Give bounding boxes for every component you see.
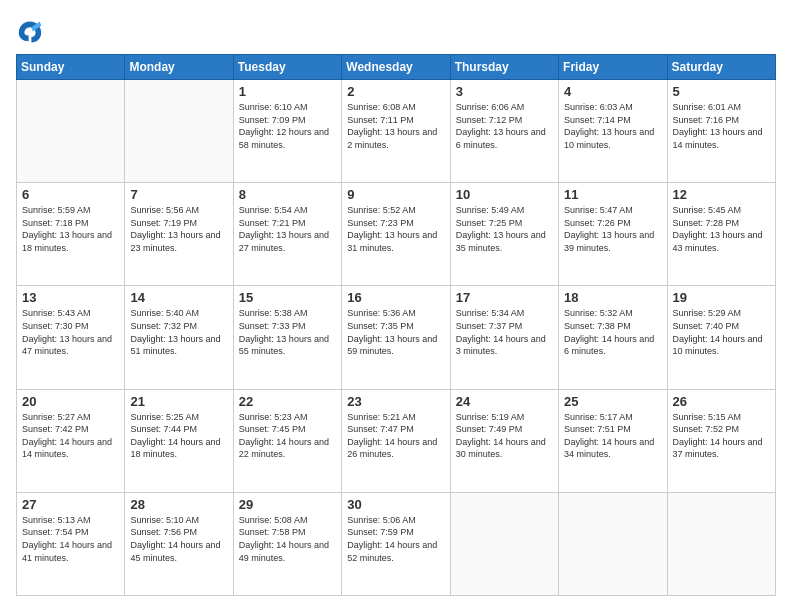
weekday-header-saturday: Saturday — [667, 55, 775, 80]
day-number: 1 — [239, 84, 336, 99]
day-info: Sunrise: 5:59 AM Sunset: 7:18 PM Dayligh… — [22, 204, 119, 254]
cal-cell: 7Sunrise: 5:56 AM Sunset: 7:19 PM Daylig… — [125, 183, 233, 286]
day-number: 12 — [673, 187, 770, 202]
day-number: 19 — [673, 290, 770, 305]
logo — [16, 16, 48, 44]
day-info: Sunrise: 5:15 AM Sunset: 7:52 PM Dayligh… — [673, 411, 770, 461]
day-number: 9 — [347, 187, 444, 202]
header — [16, 16, 776, 44]
cal-cell: 28Sunrise: 5:10 AM Sunset: 7:56 PM Dayli… — [125, 492, 233, 595]
day-number: 17 — [456, 290, 553, 305]
day-number: 28 — [130, 497, 227, 512]
day-info: Sunrise: 6:08 AM Sunset: 7:11 PM Dayligh… — [347, 101, 444, 151]
day-info: Sunrise: 5:45 AM Sunset: 7:28 PM Dayligh… — [673, 204, 770, 254]
day-number: 14 — [130, 290, 227, 305]
day-info: Sunrise: 5:23 AM Sunset: 7:45 PM Dayligh… — [239, 411, 336, 461]
cal-cell: 23Sunrise: 5:21 AM Sunset: 7:47 PM Dayli… — [342, 389, 450, 492]
day-number: 30 — [347, 497, 444, 512]
day-info: Sunrise: 5:34 AM Sunset: 7:37 PM Dayligh… — [456, 307, 553, 357]
day-number: 5 — [673, 84, 770, 99]
weekday-header-row: SundayMondayTuesdayWednesdayThursdayFrid… — [17, 55, 776, 80]
cal-cell: 13Sunrise: 5:43 AM Sunset: 7:30 PM Dayli… — [17, 286, 125, 389]
day-number: 27 — [22, 497, 119, 512]
cal-cell: 29Sunrise: 5:08 AM Sunset: 7:58 PM Dayli… — [233, 492, 341, 595]
logo-icon — [16, 16, 44, 44]
cal-cell — [17, 80, 125, 183]
cal-cell: 14Sunrise: 5:40 AM Sunset: 7:32 PM Dayli… — [125, 286, 233, 389]
day-info: Sunrise: 5:38 AM Sunset: 7:33 PM Dayligh… — [239, 307, 336, 357]
cal-cell: 17Sunrise: 5:34 AM Sunset: 7:37 PM Dayli… — [450, 286, 558, 389]
day-number: 29 — [239, 497, 336, 512]
day-info: Sunrise: 5:56 AM Sunset: 7:19 PM Dayligh… — [130, 204, 227, 254]
day-number: 16 — [347, 290, 444, 305]
day-info: Sunrise: 5:32 AM Sunset: 7:38 PM Dayligh… — [564, 307, 661, 357]
week-row-5: 27Sunrise: 5:13 AM Sunset: 7:54 PM Dayli… — [17, 492, 776, 595]
day-info: Sunrise: 5:43 AM Sunset: 7:30 PM Dayligh… — [22, 307, 119, 357]
day-number: 25 — [564, 394, 661, 409]
weekday-header-thursday: Thursday — [450, 55, 558, 80]
day-number: 2 — [347, 84, 444, 99]
week-row-4: 20Sunrise: 5:27 AM Sunset: 7:42 PM Dayli… — [17, 389, 776, 492]
day-number: 7 — [130, 187, 227, 202]
day-info: Sunrise: 5:29 AM Sunset: 7:40 PM Dayligh… — [673, 307, 770, 357]
day-number: 6 — [22, 187, 119, 202]
day-info: Sunrise: 6:03 AM Sunset: 7:14 PM Dayligh… — [564, 101, 661, 151]
weekday-header-sunday: Sunday — [17, 55, 125, 80]
day-number: 20 — [22, 394, 119, 409]
cal-cell: 20Sunrise: 5:27 AM Sunset: 7:42 PM Dayli… — [17, 389, 125, 492]
cal-cell: 22Sunrise: 5:23 AM Sunset: 7:45 PM Dayli… — [233, 389, 341, 492]
day-number: 23 — [347, 394, 444, 409]
cal-cell: 2Sunrise: 6:08 AM Sunset: 7:11 PM Daylig… — [342, 80, 450, 183]
cal-cell: 26Sunrise: 5:15 AM Sunset: 7:52 PM Dayli… — [667, 389, 775, 492]
cal-cell: 25Sunrise: 5:17 AM Sunset: 7:51 PM Dayli… — [559, 389, 667, 492]
cal-cell: 6Sunrise: 5:59 AM Sunset: 7:18 PM Daylig… — [17, 183, 125, 286]
day-info: Sunrise: 5:49 AM Sunset: 7:25 PM Dayligh… — [456, 204, 553, 254]
day-info: Sunrise: 5:40 AM Sunset: 7:32 PM Dayligh… — [130, 307, 227, 357]
calendar: SundayMondayTuesdayWednesdayThursdayFrid… — [16, 54, 776, 596]
cal-cell: 15Sunrise: 5:38 AM Sunset: 7:33 PM Dayli… — [233, 286, 341, 389]
day-number: 3 — [456, 84, 553, 99]
day-number: 8 — [239, 187, 336, 202]
cal-cell: 1Sunrise: 6:10 AM Sunset: 7:09 PM Daylig… — [233, 80, 341, 183]
day-info: Sunrise: 5:27 AM Sunset: 7:42 PM Dayligh… — [22, 411, 119, 461]
day-number: 4 — [564, 84, 661, 99]
cal-cell: 5Sunrise: 6:01 AM Sunset: 7:16 PM Daylig… — [667, 80, 775, 183]
cal-cell: 16Sunrise: 5:36 AM Sunset: 7:35 PM Dayli… — [342, 286, 450, 389]
day-info: Sunrise: 5:25 AM Sunset: 7:44 PM Dayligh… — [130, 411, 227, 461]
cal-cell: 11Sunrise: 5:47 AM Sunset: 7:26 PM Dayli… — [559, 183, 667, 286]
day-info: Sunrise: 5:54 AM Sunset: 7:21 PM Dayligh… — [239, 204, 336, 254]
day-number: 13 — [22, 290, 119, 305]
cal-cell: 24Sunrise: 5:19 AM Sunset: 7:49 PM Dayli… — [450, 389, 558, 492]
day-info: Sunrise: 5:36 AM Sunset: 7:35 PM Dayligh… — [347, 307, 444, 357]
day-info: Sunrise: 6:06 AM Sunset: 7:12 PM Dayligh… — [456, 101, 553, 151]
cal-cell: 8Sunrise: 5:54 AM Sunset: 7:21 PM Daylig… — [233, 183, 341, 286]
cal-cell: 27Sunrise: 5:13 AM Sunset: 7:54 PM Dayli… — [17, 492, 125, 595]
week-row-3: 13Sunrise: 5:43 AM Sunset: 7:30 PM Dayli… — [17, 286, 776, 389]
day-info: Sunrise: 5:17 AM Sunset: 7:51 PM Dayligh… — [564, 411, 661, 461]
cal-cell: 3Sunrise: 6:06 AM Sunset: 7:12 PM Daylig… — [450, 80, 558, 183]
day-info: Sunrise: 5:06 AM Sunset: 7:59 PM Dayligh… — [347, 514, 444, 564]
cal-cell: 9Sunrise: 5:52 AM Sunset: 7:23 PM Daylig… — [342, 183, 450, 286]
day-info: Sunrise: 5:10 AM Sunset: 7:56 PM Dayligh… — [130, 514, 227, 564]
cal-cell: 18Sunrise: 5:32 AM Sunset: 7:38 PM Dayli… — [559, 286, 667, 389]
day-number: 11 — [564, 187, 661, 202]
cal-cell: 19Sunrise: 5:29 AM Sunset: 7:40 PM Dayli… — [667, 286, 775, 389]
day-number: 10 — [456, 187, 553, 202]
week-row-1: 1Sunrise: 6:10 AM Sunset: 7:09 PM Daylig… — [17, 80, 776, 183]
day-info: Sunrise: 6:10 AM Sunset: 7:09 PM Dayligh… — [239, 101, 336, 151]
day-number: 26 — [673, 394, 770, 409]
cal-cell — [667, 492, 775, 595]
page: SundayMondayTuesdayWednesdayThursdayFrid… — [0, 0, 792, 612]
weekday-header-friday: Friday — [559, 55, 667, 80]
day-number: 15 — [239, 290, 336, 305]
cal-cell — [450, 492, 558, 595]
weekday-header-tuesday: Tuesday — [233, 55, 341, 80]
cal-cell: 10Sunrise: 5:49 AM Sunset: 7:25 PM Dayli… — [450, 183, 558, 286]
day-number: 21 — [130, 394, 227, 409]
day-number: 18 — [564, 290, 661, 305]
day-info: Sunrise: 5:52 AM Sunset: 7:23 PM Dayligh… — [347, 204, 444, 254]
day-info: Sunrise: 5:47 AM Sunset: 7:26 PM Dayligh… — [564, 204, 661, 254]
weekday-header-wednesday: Wednesday — [342, 55, 450, 80]
week-row-2: 6Sunrise: 5:59 AM Sunset: 7:18 PM Daylig… — [17, 183, 776, 286]
day-number: 24 — [456, 394, 553, 409]
